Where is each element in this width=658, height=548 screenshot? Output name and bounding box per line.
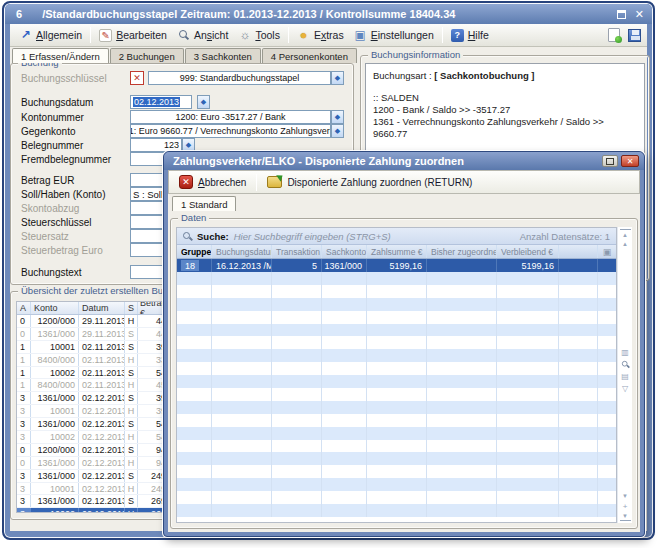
clear-icon[interactable] bbox=[130, 71, 144, 85]
empty-row[interactable] bbox=[177, 336, 616, 349]
scroll-to-bottom-icon[interactable]: ▼ bbox=[620, 511, 631, 521]
col-verbleibend[interactable]: Verbleibend € bbox=[497, 245, 559, 258]
menu-item-extras[interactable]: Extras bbox=[292, 27, 349, 44]
col-bisher-zugeordnet[interactable]: Bisher zugeordnet bbox=[427, 245, 497, 258]
scroll-plus-icon[interactable]: + bbox=[620, 501, 631, 511]
kontonummer-combo[interactable]: 1200: Euro -3517.27 / Bank bbox=[130, 110, 331, 124]
empty-row[interactable] bbox=[177, 427, 616, 440]
gegenkonto-combo[interactable]: 1361: Euro 9660.77 / Verrechnungskonto Z… bbox=[130, 124, 331, 138]
grid-icon[interactable]: ▥ bbox=[620, 347, 631, 357]
tab-erfassen-aendern[interactable]: 1 Erfassen/Ändern bbox=[12, 48, 109, 63]
belegnummer-spinner[interactable] bbox=[182, 138, 195, 152]
main-tabs: 1 Erfassen/Ändern 2 Buchungen 3 Sachkont… bbox=[12, 48, 358, 63]
extras-icon bbox=[297, 29, 310, 42]
saldo-line: 1361 - Verrechnungskonto Zahlungsverkehr… bbox=[373, 116, 637, 140]
copy-icon[interactable]: ▣ bbox=[603, 247, 612, 257]
empty-row[interactable] bbox=[177, 388, 616, 401]
buchungsschluessel-spinner[interactable] bbox=[331, 71, 344, 85]
scroll-down-icon[interactable]: ▼ bbox=[620, 491, 631, 501]
empty-row[interactable] bbox=[177, 285, 616, 298]
restore-icon[interactable] bbox=[617, 10, 626, 19]
buchungsdatum-spinner[interactable] bbox=[197, 95, 210, 109]
save-icon[interactable] bbox=[628, 29, 641, 42]
assign-payment-dialog: Zahlungsverkehr/ELKO - Disponierte Zahlu… bbox=[163, 151, 645, 537]
tab-standard[interactable]: 1 Standard bbox=[172, 196, 236, 211]
menu-item-label: Tools bbox=[255, 29, 280, 41]
empty-row[interactable] bbox=[177, 298, 616, 311]
new-document-icon[interactable] bbox=[608, 28, 620, 42]
assign-icon bbox=[267, 176, 282, 188]
col-sachkonto[interactable]: Sachkonto bbox=[322, 245, 367, 258]
empty-row[interactable] bbox=[177, 440, 616, 453]
rows-icon[interactable]: ▤ bbox=[620, 371, 631, 381]
sollhaben-label: Soll/Haben (Konto) bbox=[21, 189, 106, 200]
record-count: Anzahl Datensätze: 1 bbox=[520, 231, 610, 242]
window-number: 6 bbox=[16, 8, 22, 20]
empty-row[interactable] bbox=[177, 272, 616, 285]
scroll-up-icon[interactable]: ▲ bbox=[620, 239, 631, 249]
menu-item-einstellungen[interactable]: Einstellungen bbox=[349, 27, 439, 44]
tab-buchungen[interactable]: 2 Buchungen bbox=[110, 48, 184, 63]
menu-item-allgemein[interactable]: Allgemein bbox=[14, 27, 87, 44]
group-info-label: Buchungsinformation bbox=[368, 49, 463, 60]
menu-item-bearbeiten[interactable]: Bearbeiten bbox=[94, 27, 172, 44]
buchungsdatum-label: Buchungsdatum bbox=[21, 97, 93, 108]
empty-row[interactable] bbox=[177, 324, 616, 337]
col-transaktion[interactable]: Transaktion bbox=[272, 245, 322, 258]
empty-row[interactable] bbox=[177, 362, 616, 375]
col-datum[interactable]: Datum bbox=[79, 302, 125, 314]
belegnummer-input[interactable]: 123 bbox=[130, 138, 182, 152]
col-s[interactable]: S bbox=[125, 302, 138, 314]
empty-row[interactable] bbox=[177, 401, 616, 414]
arrow-ne-icon bbox=[19, 29, 32, 42]
close-icon[interactable] bbox=[621, 155, 639, 167]
menu-item-hilfe[interactable]: Hilfe bbox=[446, 27, 494, 44]
edit-icon bbox=[99, 29, 112, 42]
gegenkonto-spinner[interactable] bbox=[331, 124, 344, 138]
dialog-toolbar: Abbrechen Disponierte Zahlung zuordnen (… bbox=[168, 170, 640, 194]
buchungstext-label: Buchungstext bbox=[21, 267, 82, 278]
search-label: Suche: bbox=[197, 231, 229, 242]
empty-row[interactable] bbox=[177, 491, 616, 504]
empty-row[interactable] bbox=[177, 375, 616, 388]
col-zahlsumme[interactable]: Zahlsumme € bbox=[367, 245, 427, 258]
col-a[interactable]: A bbox=[17, 302, 31, 314]
buchungsschluessel-combo[interactable]: 999: Standardbuchungsstapel bbox=[148, 71, 331, 85]
payment-row[interactable]: 18 16.12.2013 /Mo 5 1361/000 5199,16 519… bbox=[177, 259, 616, 272]
menu-item-tools[interactable]: Tools bbox=[233, 27, 285, 44]
menu-bar: AllgemeinBearbeitenAnsichtToolsExtrasEin… bbox=[10, 24, 647, 47]
empty-row[interactable] bbox=[177, 465, 616, 478]
screen: 6 /Standardbuchungsstapel Zeitraum: 01.2… bbox=[0, 0, 658, 548]
empty-row[interactable] bbox=[177, 349, 616, 362]
scroll-to-top-icon[interactable]: ▲ bbox=[620, 229, 631, 239]
magnifier-icon[interactable] bbox=[620, 359, 631, 369]
menu-item-label: Ansicht bbox=[194, 29, 228, 41]
empty-row[interactable] bbox=[177, 311, 616, 324]
search-bar[interactable]: Suche: Hier Suchbegriff eingeben (STRG+S… bbox=[177, 228, 616, 245]
empty-row[interactable] bbox=[177, 452, 616, 465]
empty-row[interactable] bbox=[177, 414, 616, 427]
col-buchungsdatum[interactable]: Buchungsdatum bbox=[212, 245, 272, 258]
tab-sachkonten[interactable]: 3 Sachkonten bbox=[185, 48, 261, 63]
col-gruppe[interactable]: Gruppe bbox=[177, 245, 212, 258]
menu-item-label: Hilfe bbox=[468, 29, 489, 41]
belegnummer-label: Belegnummer bbox=[21, 140, 83, 151]
filter-icon[interactable]: ▽ bbox=[620, 383, 631, 393]
menu-item-ansicht[interactable]: Ansicht bbox=[172, 27, 233, 44]
empty-row[interactable] bbox=[177, 478, 616, 491]
cancel-button[interactable]: Abbrechen bbox=[173, 173, 252, 191]
kontonummer-spinner[interactable] bbox=[331, 110, 344, 124]
menu-item-label: Extras bbox=[314, 29, 344, 41]
search-placeholder: Hier Suchbegriff eingeben (STRG+S) bbox=[234, 231, 391, 242]
empty-rows bbox=[177, 272, 616, 522]
col-konto[interactable]: Konto bbox=[31, 302, 79, 314]
kontonummer-label: Kontonummer bbox=[21, 112, 84, 123]
dialog-body: 1 Standard Daten Suche: Hier Suchbegriff… bbox=[168, 194, 640, 532]
tab-personenkonten[interactable]: 4 Personenkonten bbox=[262, 48, 357, 63]
empty-row[interactable] bbox=[177, 504, 616, 517]
buchungsdatum-input[interactable]: 02.12.2013 bbox=[130, 95, 192, 109]
close-icon[interactable]: ✕ bbox=[635, 10, 644, 19]
assign-payment-button[interactable]: Disponierte Zahlung zuordnen (RETURN) bbox=[261, 174, 478, 190]
minimize-icon[interactable] bbox=[602, 155, 618, 167]
view-icon bbox=[177, 29, 190, 42]
